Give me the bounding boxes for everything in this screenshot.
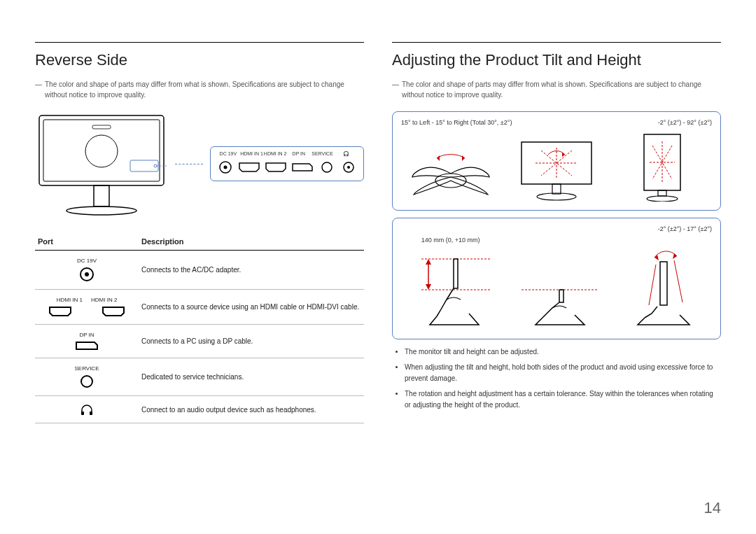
table-row: SERVICE Dedicated to service technicians… (35, 358, 364, 396)
hdmi2-port-icon (265, 162, 287, 173)
dc-port-icon (216, 161, 234, 174)
swivel-top-view-icon (401, 139, 500, 202)
dp-port-icon (291, 162, 314, 172)
reverse-side-note: The color and shape of parts may differ … (35, 79, 364, 100)
height-range-label: 140 mm (0, +10 mm) (421, 237, 480, 244)
pivot-portrait-icon (613, 132, 712, 202)
table-row: DC 19V Connects to the AC/DC adapter. (35, 251, 364, 290)
tilt-range-label: -2° (±2°) - 17° (±2°) (401, 225, 712, 232)
svg-rect-4 (94, 185, 109, 206)
svg-rect-17 (81, 412, 84, 415)
table-row: HDMI IN 1 HDMI IN 2 Connects to a source… (35, 290, 364, 325)
svg-point-32 (647, 196, 678, 202)
svg-marker-41 (426, 284, 431, 290)
panel-label-dc: DC 19V (216, 151, 240, 157)
headphone-port-icon (340, 162, 358, 173)
tilt-height-bullets: The monitor tilt and height can be adjus… (392, 346, 721, 411)
reverse-side-figure: DC 19V HDMI IN 1 HDMI IN 2 DP IN SERVICE… (35, 111, 364, 216)
list-item: The rotation and height adjustment has a… (405, 388, 721, 411)
svg-rect-2 (92, 125, 111, 129)
dc-icon (79, 267, 94, 282)
svg-rect-31 (658, 190, 666, 196)
panel-label-hdmi1: HDMI IN 1 (240, 151, 264, 157)
height-down-icon (514, 246, 598, 330)
svg-rect-18 (90, 412, 92, 415)
svg-point-16 (81, 376, 92, 387)
svg-marker-20 (437, 155, 440, 161)
tilt-side-icon (617, 246, 708, 330)
svg-rect-43 (660, 262, 667, 305)
swivel-range-label: 15° to Left - 15° to Right (Total 30°, ±… (401, 119, 512, 126)
page-number: 14 (704, 499, 721, 517)
panel-label-headphones: 🎧 (334, 151, 358, 157)
svg-point-10 (223, 166, 227, 169)
svg-point-6 (154, 164, 157, 167)
tilt-height-note: The color and shape of parts may differ … (392, 79, 721, 100)
svg-marker-44 (654, 255, 659, 260)
ports-panel: DC 19V HDMI IN 1 HDMI IN 2 DP IN SERVICE… (210, 146, 364, 181)
svg-marker-40 (426, 259, 431, 265)
service-port-icon (318, 162, 335, 173)
monitor-back-icon (35, 111, 168, 216)
dp-icon (75, 341, 99, 351)
swivel-pivot-figure: 15° to Left - 15° to Right (Total 30°, ±… (392, 111, 721, 211)
reverse-side-title: Reverse Side (35, 51, 364, 69)
height-up-icon (409, 246, 493, 330)
svg-rect-3 (85, 135, 118, 167)
ports-header-desc: Description (139, 233, 364, 251)
list-item: The monitor tilt and height can be adjus… (405, 346, 721, 358)
tilt-height-title: Adjusting the Product Tilt and Height (392, 51, 721, 69)
right-column: Adjusting the Product Tilt and Height Th… (392, 42, 721, 423)
panel-label-dp: DP IN (287, 151, 311, 157)
svg-rect-23 (552, 184, 561, 194)
table-row: Connect to an audio output device such a… (35, 396, 364, 423)
svg-rect-0 (39, 115, 164, 185)
svg-point-11 (322, 162, 332, 172)
panel-label-hdmi2: HDMI IN 2 (263, 151, 287, 157)
ports-table: Port Description DC 19V Connects to the … (35, 233, 364, 423)
left-column: Reverse Side The color and shape of part… (35, 42, 364, 423)
list-item: When adjusting the tilt and height, hold… (405, 362, 721, 384)
hdmi-icon (102, 306, 125, 317)
height-tilt-figure: -2° (±2°) - 17° (±2°) 140 mm (0, +10 mm) (392, 218, 721, 339)
service-icon (80, 374, 94, 388)
ports-header-port: Port (35, 233, 139, 251)
pivot-range-label: -2° (±2°) - 92° (±2°) (658, 119, 712, 126)
svg-marker-21 (462, 155, 465, 161)
pivot-landscape-icon (507, 135, 606, 202)
hdmi-icon (48, 306, 72, 317)
svg-point-13 (347, 166, 350, 169)
svg-point-5 (66, 206, 136, 215)
panel-label-service: SERVICE (311, 151, 335, 157)
svg-marker-45 (673, 253, 677, 259)
svg-point-15 (85, 272, 89, 276)
table-row: DP IN Connects to a PC using a DP cable. (35, 325, 364, 358)
hdmi1-port-icon (238, 162, 260, 173)
headphones-icon (80, 403, 94, 416)
